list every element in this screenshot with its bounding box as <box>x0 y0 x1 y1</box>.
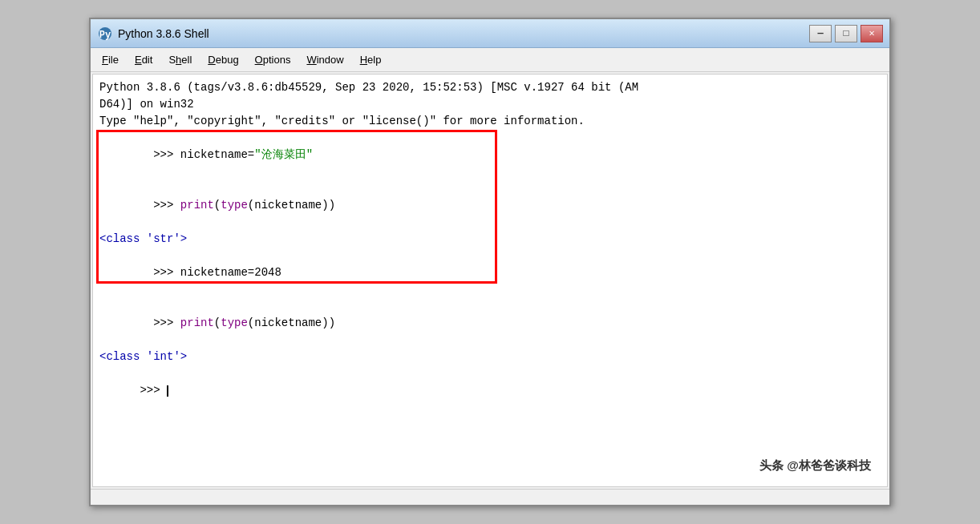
output-line-1: <class 'str'> <box>99 231 881 248</box>
intro-line-1: Python 3.8.6 (tags/v3.8.6:db45529, Sep 2… <box>99 79 881 96</box>
menu-file[interactable]: File <box>94 50 127 69</box>
prompt-4: >>> <box>153 316 180 329</box>
menu-window[interactable]: Window <box>298 50 351 69</box>
keyword-print-1: print <box>180 199 214 212</box>
keyword-print-2: print <box>180 316 214 329</box>
python-shell-window: Py Python 3.8.6 Shell — □ ✕ File Edit Sh… <box>89 18 891 506</box>
code-line-1: >>> nicketname="沧海菜田" <box>99 130 881 180</box>
cursor <box>167 385 168 397</box>
window-title: Python 3.8.6 Shell <box>118 27 209 40</box>
current-prompt-line: >>> <box>99 365 881 416</box>
minimize-button[interactable]: — <box>809 25 832 42</box>
shell-output[interactable]: Python 3.8.6 (tags/v3.8.6:db45529, Sep 2… <box>92 74 888 487</box>
rest-2: (nicketname)) <box>248 316 335 329</box>
prompt-2: >>> <box>153 199 180 212</box>
code-assign-2: nicketname=2048 <box>180 266 281 279</box>
string-value-1: "沧海菜田" <box>254 148 313 161</box>
svg-text:Py: Py <box>99 30 111 41</box>
code-line-3: >>> nicketname=2048 <box>99 248 881 298</box>
window-controls: — □ ✕ <box>809 25 883 42</box>
status-bar <box>91 489 889 505</box>
menu-help[interactable]: Help <box>352 50 390 69</box>
code-line-2: >>> print(type(nicketname)) <box>99 180 881 231</box>
current-prompt: >>> <box>140 384 167 397</box>
title-bar-left: Py Python 3.8.6 Shell <box>97 26 209 42</box>
prompt-3: >>> <box>153 266 180 279</box>
prompt-1: >>> <box>153 148 180 161</box>
menu-debug[interactable]: Debug <box>200 50 246 69</box>
output-line-2: <class 'int'> <box>99 349 881 365</box>
code-line-4: >>> print(type(nicketname)) <box>99 298 881 349</box>
keyword-type-1: type <box>221 199 248 212</box>
watermark: 头条 @林爸爸谈科技 <box>759 458 871 474</box>
close-button[interactable]: ✕ <box>861 25 883 42</box>
intro-line-2: D64)] on win32 <box>99 96 881 113</box>
title-bar: Py Python 3.8.6 Shell — □ ✕ <box>91 19 889 48</box>
menu-edit[interactable]: Edit <box>127 50 160 69</box>
menu-options[interactable]: Options <box>247 50 299 69</box>
app-icon: Py <box>97 26 113 42</box>
menu-shell[interactable]: Shell <box>160 50 200 69</box>
paren-1: ( <box>214 199 221 212</box>
code-assign-1: nicketname= <box>180 148 254 161</box>
paren-2: ( <box>214 316 221 329</box>
menu-bar: File Edit Shell Debug Options Window Hel… <box>91 48 889 72</box>
maximize-button[interactable]: □ <box>835 25 857 42</box>
intro-line-3: Type "help", "copyright", "credits" or "… <box>99 113 881 130</box>
rest-1: (nicketname)) <box>248 199 335 212</box>
keyword-type-2: type <box>221 316 248 329</box>
